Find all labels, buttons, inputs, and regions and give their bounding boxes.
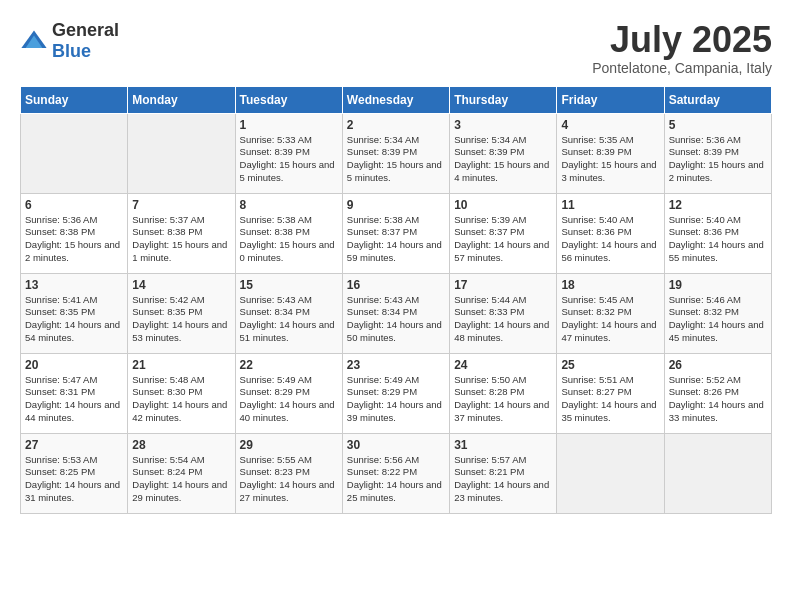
day-number: 31 [454,438,552,452]
cell-info: Sunrise: 5:36 AMSunset: 8:39 PMDaylight:… [669,134,767,185]
cell-info: Sunrise: 5:33 AMSunset: 8:39 PMDaylight:… [240,134,338,185]
page-header: General Blue July 2025 Pontelatone, Camp… [20,20,772,76]
day-number: 21 [132,358,230,372]
calendar-cell [21,113,128,193]
calendar-cell: 2Sunrise: 5:34 AMSunset: 8:39 PMDaylight… [342,113,449,193]
calendar-cell: 12Sunrise: 5:40 AMSunset: 8:36 PMDayligh… [664,193,771,273]
logo-text: General Blue [52,20,119,62]
day-number: 6 [25,198,123,212]
header-day-friday: Friday [557,86,664,113]
day-number: 30 [347,438,445,452]
cell-info: Sunrise: 5:54 AMSunset: 8:24 PMDaylight:… [132,454,230,505]
logo-general: General [52,20,119,40]
month-title: July 2025 [592,20,772,60]
day-number: 1 [240,118,338,132]
logo-icon [20,27,48,55]
calendar-cell: 3Sunrise: 5:34 AMSunset: 8:39 PMDaylight… [450,113,557,193]
week-row-4: 20Sunrise: 5:47 AMSunset: 8:31 PMDayligh… [21,353,772,433]
week-row-3: 13Sunrise: 5:41 AMSunset: 8:35 PMDayligh… [21,273,772,353]
header-day-thursday: Thursday [450,86,557,113]
cell-info: Sunrise: 5:46 AMSunset: 8:32 PMDaylight:… [669,294,767,345]
cell-info: Sunrise: 5:34 AMSunset: 8:39 PMDaylight:… [347,134,445,185]
cell-info: Sunrise: 5:45 AMSunset: 8:32 PMDaylight:… [561,294,659,345]
cell-info: Sunrise: 5:43 AMSunset: 8:34 PMDaylight:… [240,294,338,345]
day-number: 25 [561,358,659,372]
cell-info: Sunrise: 5:35 AMSunset: 8:39 PMDaylight:… [561,134,659,185]
day-number: 20 [25,358,123,372]
calendar-cell: 29Sunrise: 5:55 AMSunset: 8:23 PMDayligh… [235,433,342,513]
day-number: 19 [669,278,767,292]
calendar-cell: 6Sunrise: 5:36 AMSunset: 8:38 PMDaylight… [21,193,128,273]
calendar-cell: 16Sunrise: 5:43 AMSunset: 8:34 PMDayligh… [342,273,449,353]
calendar-body: 1Sunrise: 5:33 AMSunset: 8:39 PMDaylight… [21,113,772,513]
day-number: 24 [454,358,552,372]
day-number: 11 [561,198,659,212]
cell-info: Sunrise: 5:39 AMSunset: 8:37 PMDaylight:… [454,214,552,265]
calendar-cell: 27Sunrise: 5:53 AMSunset: 8:25 PMDayligh… [21,433,128,513]
day-number: 17 [454,278,552,292]
calendar-cell: 30Sunrise: 5:56 AMSunset: 8:22 PMDayligh… [342,433,449,513]
cell-info: Sunrise: 5:37 AMSunset: 8:38 PMDaylight:… [132,214,230,265]
calendar-cell: 25Sunrise: 5:51 AMSunset: 8:27 PMDayligh… [557,353,664,433]
day-number: 12 [669,198,767,212]
calendar-cell [664,433,771,513]
calendar-cell: 31Sunrise: 5:57 AMSunset: 8:21 PMDayligh… [450,433,557,513]
calendar-cell: 22Sunrise: 5:49 AMSunset: 8:29 PMDayligh… [235,353,342,433]
calendar-cell: 18Sunrise: 5:45 AMSunset: 8:32 PMDayligh… [557,273,664,353]
day-number: 8 [240,198,338,212]
day-number: 23 [347,358,445,372]
header-day-sunday: Sunday [21,86,128,113]
day-number: 3 [454,118,552,132]
logo: General Blue [20,20,119,62]
cell-info: Sunrise: 5:49 AMSunset: 8:29 PMDaylight:… [240,374,338,425]
cell-info: Sunrise: 5:41 AMSunset: 8:35 PMDaylight:… [25,294,123,345]
header-day-wednesday: Wednesday [342,86,449,113]
day-number: 18 [561,278,659,292]
calendar-cell: 13Sunrise: 5:41 AMSunset: 8:35 PMDayligh… [21,273,128,353]
cell-info: Sunrise: 5:49 AMSunset: 8:29 PMDaylight:… [347,374,445,425]
cell-info: Sunrise: 5:48 AMSunset: 8:30 PMDaylight:… [132,374,230,425]
calendar-cell: 4Sunrise: 5:35 AMSunset: 8:39 PMDaylight… [557,113,664,193]
day-number: 26 [669,358,767,372]
cell-info: Sunrise: 5:43 AMSunset: 8:34 PMDaylight:… [347,294,445,345]
day-number: 27 [25,438,123,452]
day-number: 7 [132,198,230,212]
calendar-cell: 5Sunrise: 5:36 AMSunset: 8:39 PMDaylight… [664,113,771,193]
cell-info: Sunrise: 5:38 AMSunset: 8:38 PMDaylight:… [240,214,338,265]
week-row-2: 6Sunrise: 5:36 AMSunset: 8:38 PMDaylight… [21,193,772,273]
cell-info: Sunrise: 5:51 AMSunset: 8:27 PMDaylight:… [561,374,659,425]
calendar-cell: 1Sunrise: 5:33 AMSunset: 8:39 PMDaylight… [235,113,342,193]
cell-info: Sunrise: 5:40 AMSunset: 8:36 PMDaylight:… [561,214,659,265]
cell-info: Sunrise: 5:52 AMSunset: 8:26 PMDaylight:… [669,374,767,425]
week-row-5: 27Sunrise: 5:53 AMSunset: 8:25 PMDayligh… [21,433,772,513]
header-row: SundayMondayTuesdayWednesdayThursdayFrid… [21,86,772,113]
calendar-cell: 7Sunrise: 5:37 AMSunset: 8:38 PMDaylight… [128,193,235,273]
calendar-cell: 8Sunrise: 5:38 AMSunset: 8:38 PMDaylight… [235,193,342,273]
logo-blue: Blue [52,41,91,61]
title-block: July 2025 Pontelatone, Campania, Italy [592,20,772,76]
cell-info: Sunrise: 5:36 AMSunset: 8:38 PMDaylight:… [25,214,123,265]
cell-info: Sunrise: 5:40 AMSunset: 8:36 PMDaylight:… [669,214,767,265]
calendar-cell: 19Sunrise: 5:46 AMSunset: 8:32 PMDayligh… [664,273,771,353]
cell-info: Sunrise: 5:44 AMSunset: 8:33 PMDaylight:… [454,294,552,345]
calendar-cell: 26Sunrise: 5:52 AMSunset: 8:26 PMDayligh… [664,353,771,433]
day-number: 9 [347,198,445,212]
header-day-saturday: Saturday [664,86,771,113]
calendar-header: SundayMondayTuesdayWednesdayThursdayFrid… [21,86,772,113]
calendar-cell: 20Sunrise: 5:47 AMSunset: 8:31 PMDayligh… [21,353,128,433]
day-number: 15 [240,278,338,292]
cell-info: Sunrise: 5:55 AMSunset: 8:23 PMDaylight:… [240,454,338,505]
cell-info: Sunrise: 5:47 AMSunset: 8:31 PMDaylight:… [25,374,123,425]
day-number: 16 [347,278,445,292]
calendar-cell: 9Sunrise: 5:38 AMSunset: 8:37 PMDaylight… [342,193,449,273]
cell-info: Sunrise: 5:50 AMSunset: 8:28 PMDaylight:… [454,374,552,425]
day-number: 4 [561,118,659,132]
calendar-cell: 24Sunrise: 5:50 AMSunset: 8:28 PMDayligh… [450,353,557,433]
calendar-cell [557,433,664,513]
cell-info: Sunrise: 5:34 AMSunset: 8:39 PMDaylight:… [454,134,552,185]
day-number: 13 [25,278,123,292]
cell-info: Sunrise: 5:53 AMSunset: 8:25 PMDaylight:… [25,454,123,505]
week-row-1: 1Sunrise: 5:33 AMSunset: 8:39 PMDaylight… [21,113,772,193]
calendar-cell: 23Sunrise: 5:49 AMSunset: 8:29 PMDayligh… [342,353,449,433]
cell-info: Sunrise: 5:38 AMSunset: 8:37 PMDaylight:… [347,214,445,265]
